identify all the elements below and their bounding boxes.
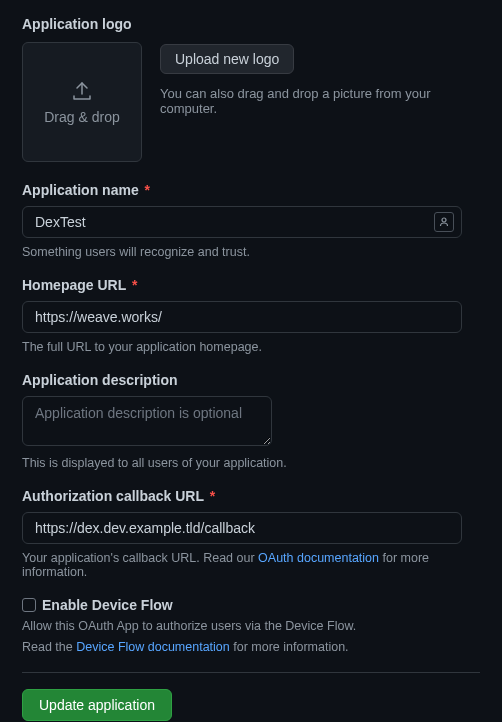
- app-name-label-text: Application name: [22, 182, 139, 198]
- callback-input[interactable]: [22, 512, 462, 544]
- description-label: Application description: [22, 372, 480, 388]
- contact-card-icon[interactable]: [434, 212, 454, 232]
- required-asterisk: *: [132, 277, 137, 293]
- homepage-help: The full URL to your application homepag…: [22, 340, 480, 354]
- homepage-label-text: Homepage URL: [22, 277, 126, 293]
- upload-logo-button[interactable]: Upload new logo: [160, 44, 294, 74]
- device-flow-help-prefix: Read the: [22, 640, 76, 654]
- description-help: This is displayed to all users of your a…: [22, 456, 480, 470]
- device-flow-label: Enable Device Flow: [42, 597, 173, 613]
- oauth-docs-link[interactable]: OAuth documentation: [258, 551, 379, 565]
- description-textarea[interactable]: [22, 396, 272, 446]
- upload-icon: [70, 79, 94, 103]
- app-logo-heading: Application logo: [22, 16, 480, 32]
- callback-label: Authorization callback URL *: [22, 488, 480, 504]
- callback-help: Your application's callback URL. Read ou…: [22, 551, 480, 579]
- app-name-label: Application name *: [22, 182, 480, 198]
- callback-help-prefix: Your application's callback URL. Read ou…: [22, 551, 258, 565]
- update-application-button[interactable]: Update application: [22, 689, 172, 721]
- logo-hint-text: You can also drag and drop a picture fro…: [160, 86, 480, 116]
- homepage-label: Homepage URL *: [22, 277, 480, 293]
- device-flow-help-suffix: for more information.: [230, 640, 349, 654]
- device-flow-docs-link[interactable]: Device Flow documentation: [76, 640, 230, 654]
- app-name-help: Something users will recognize and trust…: [22, 245, 480, 259]
- homepage-group: Homepage URL * The full URL to your appl…: [22, 277, 480, 354]
- app-name-input[interactable]: [22, 206, 462, 238]
- logo-drop-zone[interactable]: Drag & drop: [22, 42, 142, 162]
- drop-zone-label: Drag & drop: [44, 109, 119, 125]
- description-group: Application description This is displaye…: [22, 372, 480, 470]
- logo-row: Drag & drop Upload new logo You can also…: [22, 42, 480, 162]
- device-flow-help-1: Allow this OAuth App to authorize users …: [22, 619, 480, 633]
- svg-point-0: [442, 218, 446, 222]
- callback-group: Authorization callback URL * Your applic…: [22, 488, 480, 579]
- app-name-input-wrap: [22, 206, 462, 238]
- homepage-input[interactable]: [22, 301, 462, 333]
- device-flow-checkbox[interactable]: [22, 598, 36, 612]
- device-flow-help-2: Read the Device Flow documentation for m…: [22, 640, 480, 654]
- form-divider: [22, 672, 480, 673]
- device-flow-group: Enable Device Flow Allow this OAuth App …: [22, 597, 480, 654]
- callback-label-text: Authorization callback URL: [22, 488, 204, 504]
- logo-right-column: Upload new logo You can also drag and dr…: [160, 42, 480, 162]
- required-asterisk: *: [145, 182, 150, 198]
- app-name-group: Application name * Something users will …: [22, 182, 480, 259]
- device-flow-checkbox-row: Enable Device Flow: [22, 597, 480, 613]
- required-asterisk: *: [210, 488, 215, 504]
